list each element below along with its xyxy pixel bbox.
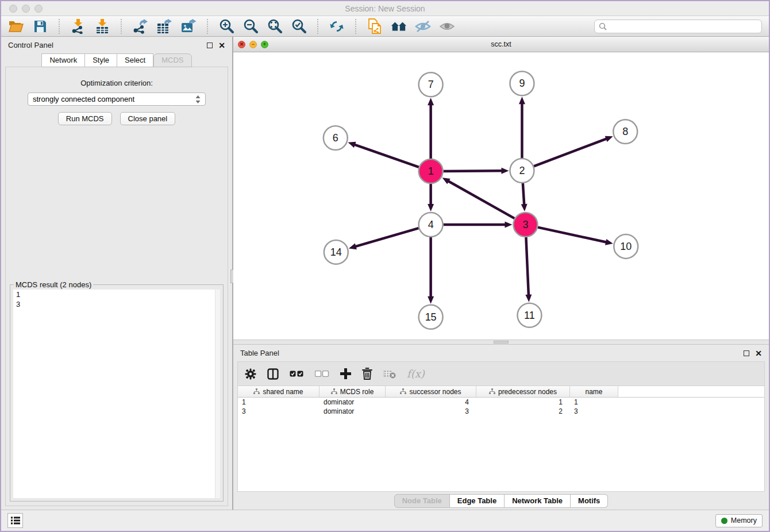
export-table-icon[interactable] <box>156 19 172 34</box>
copy-network-icon[interactable] <box>367 19 383 34</box>
toolbar-separator <box>121 19 122 34</box>
zoom-in-icon[interactable] <box>218 19 234 34</box>
column-header-label: predecessor nodes <box>498 388 557 396</box>
import-table-icon[interactable] <box>94 19 110 34</box>
result-scrollbar[interactable] <box>215 290 220 498</box>
graph-edge-3-10[interactable] <box>538 228 607 242</box>
memory-button[interactable]: Memory <box>715 514 763 527</box>
close-table-panel-icon[interactable]: ✕ <box>755 349 762 357</box>
graph-edge-3-11[interactable] <box>526 237 529 296</box>
table-cell[interactable]: 3 <box>570 407 618 416</box>
graph-edge-2-8[interactable] <box>534 138 607 166</box>
header-filler <box>618 386 764 397</box>
control-panel-title: Control Panel <box>8 41 53 49</box>
table-tabs: Node TableEdge TableNetwork TableMotifs <box>233 492 769 510</box>
show-panels-button[interactable] <box>7 513 23 528</box>
close-panel-icon[interactable]: ✕ <box>218 41 225 49</box>
float-panel-icon[interactable] <box>207 43 213 48</box>
zoom-selected-icon[interactable] <box>291 19 307 34</box>
splitter-grip[interactable] <box>494 341 509 344</box>
search-input[interactable] <box>610 22 757 30</box>
export-image-icon[interactable] <box>180 19 197 34</box>
export-network-icon[interactable] <box>132 19 148 34</box>
function-builder-icon[interactable]: f(x) <box>407 367 425 381</box>
float-table-panel-icon[interactable] <box>744 350 749 356</box>
table-tab-node-table[interactable]: Node Table <box>394 494 450 508</box>
run-mcds-button[interactable]: Run MCDS <box>58 112 112 125</box>
graph-edge-2-3[interactable] <box>523 183 524 205</box>
main-toolbar <box>1 16 769 37</box>
gear-icon[interactable] <box>245 367 256 381</box>
chevron-up-down-icon <box>195 95 201 103</box>
graph-node-label-7: 7 <box>428 79 434 90</box>
select-all-icon[interactable] <box>290 367 304 381</box>
mcds-result-list[interactable]: 13 <box>13 290 220 498</box>
column-header-shared-name[interactable]: shared name <box>238 386 319 397</box>
node-table: shared nameMCDS rolesuccessor nodesprede… <box>237 386 765 492</box>
column-header-name[interactable]: name <box>570 386 618 397</box>
graph-node-label-4: 4 <box>428 219 434 230</box>
open-session-icon[interactable] <box>8 19 24 34</box>
table-tab-motifs[interactable]: Motifs <box>571 494 608 508</box>
network-window-titlebar[interactable]: ✕ − + scc.txt <box>233 37 769 52</box>
table-cell[interactable]: 1 <box>476 398 570 407</box>
graph-edge-3-1[interactable] <box>448 181 514 218</box>
table-cell[interactable]: 3 <box>386 407 476 416</box>
split-columns-icon[interactable] <box>267 367 279 381</box>
save-session-icon[interactable] <box>32 19 48 34</box>
column-header-MCDS-role[interactable]: MCDS role <box>319 386 386 397</box>
table-cell[interactable]: 4 <box>386 398 476 407</box>
add-column-icon[interactable] <box>340 367 351 381</box>
control-tab-select[interactable]: Select <box>117 53 153 67</box>
mcds-result-item: 1 <box>13 290 220 299</box>
table-row[interactable]: 3dominator323 <box>238 407 764 416</box>
table-cell[interactable]: 2 <box>476 407 570 416</box>
delete-icon[interactable] <box>362 367 372 381</box>
delete-table-icon[interactable] <box>383 367 396 381</box>
network-canvas[interactable]: 7968124314101511 <box>233 52 769 340</box>
zoom-out-icon[interactable] <box>242 19 259 34</box>
hide-selected-icon[interactable] <box>415 19 431 34</box>
list-icon <box>11 516 20 525</box>
table-tab-edge-table[interactable]: Edge Table <box>450 494 505 508</box>
search-field[interactable] <box>594 20 762 33</box>
graph-edge-arrowhead <box>428 98 434 105</box>
graph-node-label-15: 15 <box>425 311 437 323</box>
graph-edge-arrowhead <box>428 296 434 304</box>
network-view-window: ✕ − + scc.txt 7968124314101511 <box>233 37 769 340</box>
graph-edge-1-2[interactable] <box>444 171 503 171</box>
column-header-successor-nodes[interactable]: successor nodes <box>386 386 476 397</box>
zoom-fit-icon[interactable] <box>267 19 283 34</box>
horizontal-splitter[interactable] <box>233 340 769 345</box>
show-all-icon[interactable] <box>439 19 455 34</box>
import-network-icon[interactable] <box>70 19 86 34</box>
control-tab-network[interactable]: Network <box>41 53 85 67</box>
graph-node-label-11: 11 <box>524 310 535 321</box>
column-header-predecessor-nodes[interactable]: predecessor nodes <box>476 386 570 397</box>
control-tab-style[interactable]: Style <box>85 53 117 67</box>
graph-edge-4-14[interactable] <box>355 228 418 246</box>
graph-edge-arrowhead <box>428 204 434 211</box>
graph-edge-arrowhead <box>605 239 613 245</box>
table-cell[interactable]: dominator <box>319 398 386 407</box>
optimization-criterion-select[interactable]: strongly connected component <box>28 92 206 106</box>
deselect-all-icon[interactable] <box>315 367 329 381</box>
graph-node-label-1: 1 <box>428 165 434 177</box>
hierarchy-icon <box>253 388 260 395</box>
mcds-result-title: MCDS result (2 nodes) <box>14 280 93 289</box>
column-header-label: shared name <box>263 388 303 396</box>
table-cell[interactable]: 1 <box>570 398 618 407</box>
table-cell[interactable]: 1 <box>238 398 319 407</box>
table-row[interactable]: 1dominator411 <box>238 398 764 407</box>
first-neighbors-icon[interactable] <box>391 19 407 34</box>
graph-edge-1-6[interactable] <box>354 144 419 167</box>
close-panel-button[interactable]: Close panel <box>120 112 176 125</box>
column-header-label: MCDS role <box>340 388 374 396</box>
table-tab-network-table[interactable]: Network Table <box>505 494 571 508</box>
table-cell[interactable]: 3 <box>238 407 319 416</box>
toolbar-separator <box>59 19 60 34</box>
refresh-icon[interactable] <box>329 19 345 34</box>
control-tab-mcds[interactable]: MCDS <box>153 53 191 67</box>
table-cell[interactable]: dominator <box>319 407 386 416</box>
mcds-result-group: MCDS result (2 nodes) 13 <box>10 284 224 502</box>
